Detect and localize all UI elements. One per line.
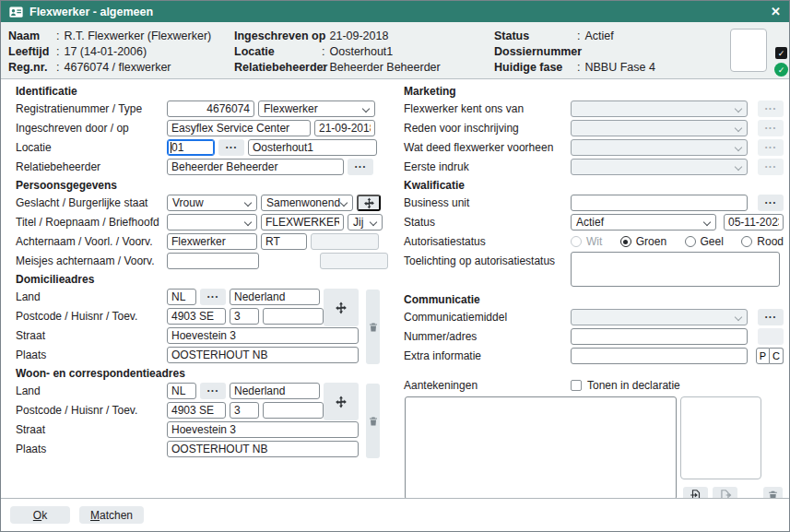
plaats-label: Plaats: [16, 349, 167, 361]
tonen-in-declaratie-checkbox[interactable]: [571, 380, 582, 391]
nummer-adres-input[interactable]: [571, 328, 748, 345]
chevron-down-icon: [735, 105, 742, 112]
dom-land-browse-button[interactable]: ...: [200, 289, 226, 305]
straat-label: Straat: [16, 423, 167, 436]
voorheen-browse-button[interactable]: ...: [758, 139, 784, 156]
move-icon: [335, 301, 348, 314]
ok-button[interactable]: Ok: [10, 506, 70, 524]
toelichting-label: Toelichting op autorisatiestatus: [404, 252, 571, 267]
dom-plaats-input[interactable]: [167, 347, 359, 363]
geslacht-label: Geslacht / Burgerlijke staat: [16, 196, 167, 209]
communicatiemiddel-browse-button[interactable]: ...: [758, 309, 784, 325]
locatie-browse-button[interactable]: ...: [218, 139, 244, 156]
extra-informatie-input[interactable]: [571, 348, 748, 364]
woon-move-button[interactable]: [324, 383, 359, 420]
relatiebeheerder-browse-button[interactable]: ...: [348, 159, 373, 175]
nummer-adres-action-button[interactable]: [758, 328, 784, 345]
briefhoofd-select[interactable]: Jij: [348, 214, 383, 231]
woon-plaats-input[interactable]: [167, 441, 359, 457]
row-reden-inschrijving: Reden voor inschrijving ...: [404, 119, 784, 137]
dom-land-naam-input[interactable]: [230, 289, 320, 305]
reden-inschrijving-browse-button[interactable]: ...: [758, 120, 784, 136]
radio-groen[interactable]: Groen: [620, 235, 666, 248]
registratienummer-type-label: Registratienummer / Type: [16, 102, 167, 115]
move-button[interactable]: [357, 195, 381, 211]
section-persoonsgegevens: Persoonsgegevens: [16, 178, 388, 194]
row-dom-straat: Straat: [16, 326, 388, 345]
woon-land-naam-input[interactable]: [230, 383, 320, 399]
ingeschreven-op-input[interactable]: [314, 120, 375, 136]
roepnaam-input[interactable]: [261, 214, 344, 231]
row-voorheen: Wat deed flexwerker voorheen ...: [404, 138, 784, 157]
ingeschreven-door-input[interactable]: [167, 120, 311, 136]
row-meisjesnaam: Meisjes achternaam / Voorv.: [16, 252, 388, 270]
eerste-indruk-browse-button[interactable]: ...: [758, 159, 784, 175]
chevron-down-icon: [735, 124, 742, 132]
woon-huisnr-input[interactable]: [230, 402, 259, 419]
woon-toevoeging-input[interactable]: [263, 402, 324, 419]
chevron-down-icon: [244, 219, 252, 226]
dom-land-code-input[interactable]: [167, 289, 196, 305]
meisjesnaam-label: Meisjes achternaam / Voorv.: [16, 254, 167, 267]
radio-icon: [571, 236, 582, 247]
relatiebeheerder-input[interactable]: [167, 159, 344, 175]
eerste-indruk-select[interactable]: [571, 159, 748, 175]
locatie-naam-input[interactable]: [248, 139, 377, 156]
business-unit-input[interactable]: [571, 195, 748, 211]
woon-land-browse-button[interactable]: ...: [200, 383, 226, 399]
meisjesnaam-input[interactable]: [167, 253, 259, 269]
relatiebeheerder-label: Relatiebeheerder: [16, 160, 167, 173]
dom-delete-button[interactable]: [366, 290, 380, 364]
woon-postcode-input[interactable]: [167, 402, 226, 419]
status-datum-input[interactable]: [724, 214, 784, 231]
row-extra-informatie: Extra informatie P C: [404, 347, 784, 365]
geslacht-select[interactable]: Vrouw: [167, 195, 257, 211]
woon-straat-input[interactable]: [167, 421, 359, 438]
row-woon-plaats: Plaats: [16, 440, 388, 458]
dom-huisnr-input[interactable]: [230, 308, 259, 325]
radio-geel[interactable]: Geel: [685, 235, 724, 248]
dom-postcode-input[interactable]: [167, 308, 226, 325]
business-unit-browse-button[interactable]: ...: [758, 195, 784, 211]
black-checkbox-badge[interactable]: ✓: [775, 47, 787, 59]
woon-delete-button[interactable]: [366, 384, 380, 458]
meisjes-voorvoegsel-input[interactable]: [320, 253, 388, 269]
radio-wit[interactable]: Wit: [571, 235, 602, 248]
close-icon[interactable]: ✕: [771, 6, 781, 18]
woon-land-code-input[interactable]: [167, 383, 196, 399]
dom-toevoeging-input[interactable]: [263, 308, 324, 325]
toelichting-textarea[interactable]: [571, 252, 780, 287]
status-select[interactable]: Actief: [571, 214, 716, 231]
matchen-button[interactable]: Matchen: [79, 506, 144, 524]
titel-select[interactable]: [167, 214, 257, 231]
dom-straat-input[interactable]: [167, 327, 359, 344]
chevron-down-icon: [735, 144, 742, 151]
kent-ons-van-label: Flexwerker kent ons van: [404, 102, 571, 115]
trash-icon: [368, 322, 379, 333]
kent-ons-van-browse-button[interactable]: ...: [758, 100, 784, 117]
aantekeningen-preview-box[interactable]: [680, 396, 761, 479]
achternaam-input[interactable]: [167, 233, 257, 250]
voorletters-input[interactable]: [261, 233, 307, 250]
privé-button[interactable]: P: [756, 348, 770, 364]
voorheen-select[interactable]: [571, 139, 748, 156]
dom-move-button[interactable]: [324, 289, 359, 326]
section-woonadres: Woon- en correspondentieadres: [16, 366, 388, 382]
reden-inschrijving-select[interactable]: [571, 120, 748, 136]
kent-ons-van-select[interactable]: [571, 100, 748, 117]
section-kwalificatie: Kwalificatie: [404, 178, 784, 194]
aantekeningen-textarea[interactable]: [405, 396, 677, 500]
header-column-1: Naam:R.T. Flexwerker (Flexwerker) Leefti…: [8, 30, 211, 74]
communicatiemiddel-select[interactable]: [571, 309, 748, 325]
radio-rood[interactable]: Rood: [741, 235, 784, 248]
locatie-code-input[interactable]: [167, 139, 215, 156]
zakelijk-button[interactable]: C: [770, 348, 784, 364]
photo-placeholder[interactable]: [730, 29, 767, 72]
voorvoegsel-input[interactable]: [311, 233, 379, 250]
type-select[interactable]: Flexwerker: [258, 100, 375, 117]
burgerlijke-staat-select[interactable]: Samenwonend: [261, 195, 353, 211]
row-titel-roepnaam-briefhoofd: Titel / Roepnaam / Briefhoofd Jij: [16, 213, 388, 231]
footer-bar: Ok Matchen: [1, 498, 789, 531]
registratienummer-input[interactable]: [167, 100, 254, 117]
row-dom-plaats: Plaats: [16, 346, 388, 364]
